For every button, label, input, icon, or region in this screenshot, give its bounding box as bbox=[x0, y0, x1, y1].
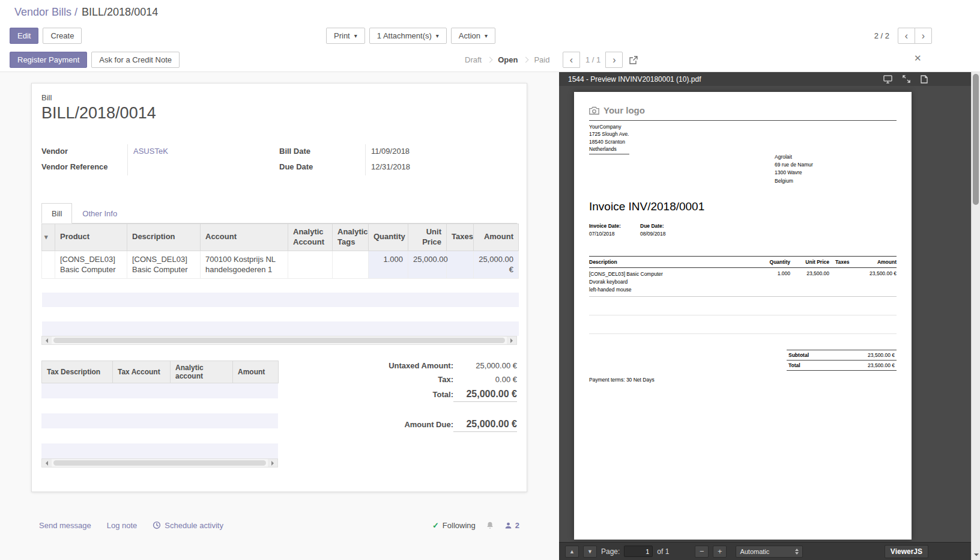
print-dropdown[interactable]: Print ▾ bbox=[326, 28, 365, 44]
empty-row bbox=[42, 321, 519, 336]
col-analytic-account[interactable]: Analytic Account bbox=[288, 224, 333, 251]
log-note-button[interactable]: Log note bbox=[107, 521, 138, 530]
scroll-right-arrow[interactable] bbox=[268, 459, 277, 467]
customer-address: Agrolait 69 rue de Namur 1300 Wavre Belg… bbox=[775, 153, 813, 185]
download-button[interactable] bbox=[921, 75, 928, 84]
pdf-items-header-row: Description Quantity Unit Price Taxes Am… bbox=[589, 257, 897, 268]
camera-icon bbox=[589, 106, 599, 115]
close-preview-button[interactable]: ✕ bbox=[914, 53, 922, 64]
page-input[interactable] bbox=[624, 546, 653, 557]
record-pager-count: 2 / 2 bbox=[874, 31, 889, 40]
pdf-line-row: [CONS_DEL03] Basic Computer Dvorak keybo… bbox=[589, 268, 897, 296]
check-icon: ✓ bbox=[432, 521, 439, 530]
zoom-mode-select[interactable]: Automatic bbox=[736, 546, 803, 558]
line-taxes bbox=[447, 251, 474, 278]
action-buttons-group: Print ▾ 1 Attachment(s) ▾ Action ▾ bbox=[326, 28, 495, 44]
edit-button[interactable]: Edit bbox=[10, 28, 38, 44]
tab-bill[interactable]: Bill bbox=[41, 203, 72, 224]
line-account: 700100 Kostprijs NL handelsgoederen 1 bbox=[201, 251, 288, 278]
scroll-left-arrow[interactable] bbox=[42, 459, 52, 467]
schedule-activity-button[interactable]: Schedule activity bbox=[153, 521, 223, 530]
send-message-button[interactable]: Send message bbox=[39, 521, 91, 530]
create-button-label: Create bbox=[50, 31, 74, 40]
viewerjs-brand[interactable]: ViewerJS bbox=[885, 545, 928, 558]
col-quantity[interactable]: Quantity bbox=[369, 224, 408, 251]
col-tax-amount[interactable]: Amount bbox=[233, 361, 279, 383]
scrollbar-down-button[interactable] bbox=[972, 550, 980, 560]
tax-horizontal-scrollbar[interactable] bbox=[41, 458, 278, 467]
company-name: YourCompany bbox=[589, 123, 629, 130]
col-product[interactable]: Product bbox=[55, 224, 127, 251]
record-pager-next-button[interactable]: › bbox=[915, 28, 932, 44]
invoice-date-value: 07/10/2018 bbox=[589, 231, 640, 237]
invoice-line-row[interactable]: [CONS_DEL03] Basic Computer [CONS_DEL03]… bbox=[42, 251, 519, 278]
scrollbar-thumb[interactable] bbox=[973, 74, 979, 205]
status-paid[interactable]: Paid bbox=[528, 55, 555, 64]
col-description[interactable]: Description bbox=[127, 224, 201, 251]
status-open[interactable]: Open bbox=[492, 55, 524, 64]
edit-button-label: Edit bbox=[17, 31, 31, 40]
attachments-dropdown[interactable]: 1 Attachment(s) ▾ bbox=[369, 28, 447, 44]
open-attachment-external-button[interactable] bbox=[628, 55, 639, 65]
col-analytic-account[interactable]: Analytic account bbox=[171, 361, 233, 383]
page-up-button[interactable]: ▲ bbox=[565, 546, 579, 558]
ask-credit-note-button[interactable]: Ask for a Credit Note bbox=[91, 52, 180, 68]
lines-horizontal-scrollbar[interactable] bbox=[41, 336, 517, 345]
col-unit-price[interactable]: Unit Price bbox=[408, 224, 447, 251]
presentation-mode-button[interactable] bbox=[883, 75, 892, 84]
company-country: Netherlands bbox=[589, 145, 629, 153]
pdf-due-date-label: Due Date: bbox=[640, 223, 691, 229]
empty-row bbox=[42, 307, 519, 321]
tab-other-info[interactable]: Other Info bbox=[72, 203, 127, 224]
col-analytic-tags[interactable]: Analytic Tags bbox=[333, 224, 369, 251]
zoom-out-button[interactable]: − bbox=[695, 546, 709, 558]
scroll-right-arrow[interactable] bbox=[507, 336, 516, 344]
attachments-dropdown-label: 1 Attachment(s) bbox=[377, 31, 432, 40]
fullscreen-button[interactable] bbox=[903, 75, 910, 83]
page-down-button[interactable]: ▼ bbox=[583, 546, 597, 558]
following-label: Following bbox=[443, 521, 476, 530]
record-pager: 2 / 2 ‹ › bbox=[874, 28, 932, 44]
followers-count-button[interactable]: 2 bbox=[504, 521, 519, 530]
optional-columns-toggle[interactable]: ▾ bbox=[42, 224, 55, 251]
col-tax-account[interactable]: Tax Account bbox=[113, 361, 171, 383]
attachment-next-button[interactable]: › bbox=[605, 52, 623, 68]
action-dropdown-label: Action bbox=[459, 31, 480, 40]
vendor-link[interactable]: ASUSTeK bbox=[133, 147, 168, 156]
chevron-right-icon: › bbox=[922, 31, 925, 41]
scrollbar-thumb[interactable] bbox=[53, 460, 266, 466]
col-taxes[interactable]: Taxes bbox=[447, 224, 474, 251]
col-tax-description[interactable]: Tax Description bbox=[42, 361, 113, 383]
pdf-col-quantity: Quantity bbox=[757, 257, 790, 268]
pdf-scrollbar[interactable] bbox=[971, 72, 980, 560]
scroll-left-arrow[interactable] bbox=[42, 336, 52, 344]
empty-row bbox=[41, 383, 278, 398]
line-handle-cell bbox=[42, 251, 55, 278]
create-button[interactable]: Create bbox=[43, 28, 82, 44]
notifications-bell-button[interactable] bbox=[485, 520, 495, 531]
bell-icon bbox=[486, 521, 494, 529]
pdf-total-label: Total bbox=[788, 362, 800, 368]
breadcrumb-parent-link[interactable]: Vendor Bills / bbox=[14, 6, 77, 19]
action-dropdown[interactable]: Action ▾ bbox=[451, 28, 495, 44]
col-amount[interactable]: Amount bbox=[474, 224, 519, 251]
line-analytic-account bbox=[288, 251, 333, 278]
pdf-preview-panel: 1544 - Preview INVINV20180001 (10).pdf bbox=[559, 72, 980, 560]
amount-due-value: 25,000.00 € bbox=[453, 419, 517, 432]
monitor-icon bbox=[883, 75, 892, 84]
col-account[interactable]: Account bbox=[201, 224, 288, 251]
zoom-in-button[interactable]: + bbox=[713, 546, 727, 558]
register-payment-button[interactable]: Register Payment bbox=[10, 52, 87, 68]
print-dropdown-label: Print bbox=[334, 31, 350, 40]
status-draft[interactable]: Draft bbox=[459, 55, 488, 64]
vendor-label: Vendor bbox=[41, 144, 127, 160]
caret-down-icon: ▾ bbox=[485, 33, 488, 39]
breadcrumb-current: BILL/2018/0014 bbox=[82, 6, 158, 19]
line-unit-price: 25,000.00 bbox=[408, 251, 447, 278]
line-amount: 25,000.00 € bbox=[474, 251, 519, 278]
following-button[interactable]: ✓ Following bbox=[432, 521, 476, 530]
plus-icon: + bbox=[718, 547, 722, 556]
scrollbar-thumb[interactable] bbox=[53, 338, 505, 343]
attachment-prev-button[interactable]: ‹ bbox=[563, 52, 580, 68]
record-pager-prev-button[interactable]: ‹ bbox=[898, 28, 915, 44]
